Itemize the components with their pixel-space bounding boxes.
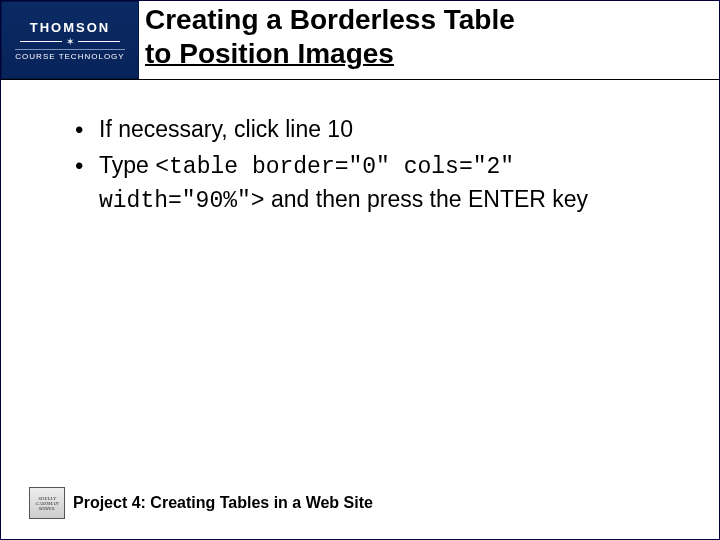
header-rule <box>1 79 719 80</box>
bullet-list: If necessary, click line 10 Type <table … <box>71 113 691 218</box>
publisher-logo: THOMSON ✶ COURSE TECHNOLOGY <box>1 1 139 79</box>
slide: THOMSON ✶ COURSE TECHNOLOGY Creating a B… <box>0 0 720 540</box>
series-badge: SHELLY CASHMAN SERIES. <box>29 487 65 519</box>
slide-footer: SHELLY CASHMAN SERIES. Project 4: Creati… <box>29 487 709 519</box>
logo-brand-top: THOMSON <box>30 20 110 35</box>
bullet-tail: and then press the ENTER key <box>265 186 588 212</box>
list-item: If necessary, click line 10 <box>71 113 691 145</box>
logo-brand-bottom: COURSE TECHNOLOGY <box>15 49 124 61</box>
slide-title: Creating a Borderless Table to Position … <box>145 3 709 70</box>
series-badge-line: SERIES. <box>38 506 55 511</box>
logo-divider: ✶ <box>20 37 120 47</box>
slide-header: THOMSON ✶ COURSE TECHNOLOGY Creating a B… <box>1 1 719 79</box>
title-line-2: to Position Images <box>145 38 394 69</box>
bullet-lead: Type <box>99 152 155 178</box>
star-icon: ✶ <box>66 37 75 47</box>
bullet-text: If necessary, click line 10 <box>99 116 353 142</box>
title-line-1: Creating a Borderless Table <box>145 4 515 35</box>
slide-body: If necessary, click line 10 Type <table … <box>71 113 691 222</box>
footer-text: Project 4: Creating Tables in a Web Site <box>73 494 373 512</box>
list-item: Type <table border="0" cols="2" width="9… <box>71 149 691 217</box>
